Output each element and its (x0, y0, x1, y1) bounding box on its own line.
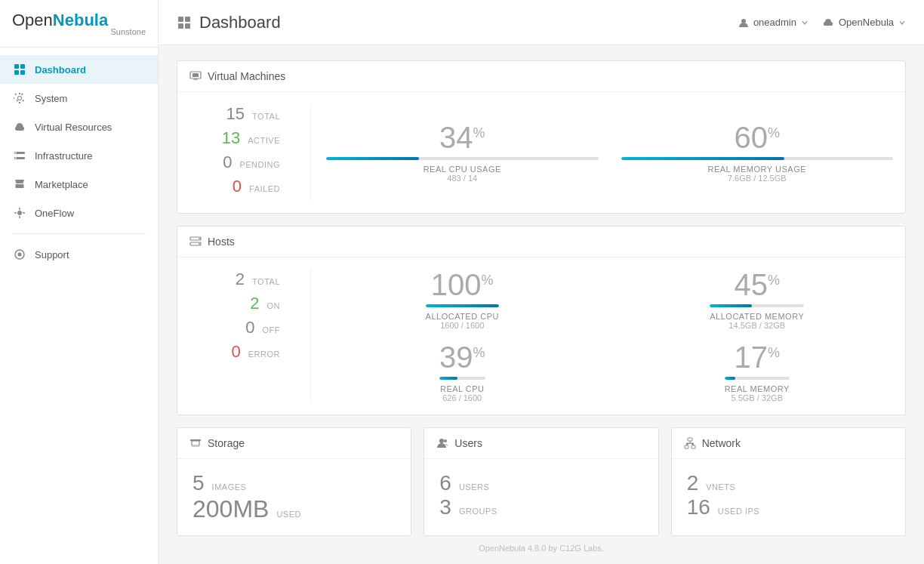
host-off-row: 0 OFF (189, 318, 280, 337)
infrastructure-icon (12, 148, 27, 163)
users-count-label: USERS (459, 482, 489, 492)
storage-images-num: 5 (192, 471, 205, 495)
sidebar-item-dashboard[interactable]: Dashboard (0, 55, 158, 84)
storage-icon (189, 437, 202, 449)
network-header: Network (672, 428, 905, 459)
vm-cpu-gauge: 34% REAL CPU USAGE 483 / 14 (326, 122, 599, 183)
hosts-card-header: Hosts (177, 227, 905, 257)
logo-nebula: Nebula (53, 11, 108, 29)
host-real-mem-sub: 5.5GB / 32GB (725, 393, 790, 402)
svg-rect-26 (691, 445, 695, 448)
host-alloc-cpu-label: ALLOCATED CPU (426, 312, 499, 321)
host-alloc-mem-fill (710, 304, 752, 307)
host-on-num: 2 (250, 294, 259, 313)
oneflow-icon (12, 205, 27, 220)
groups-count-num: 3 (439, 495, 451, 519)
host-total-label: TOTAL (252, 277, 280, 286)
dashboard-icon (12, 62, 27, 77)
marketplace-icon (12, 177, 27, 192)
vm-pending-label: PENDING (239, 160, 280, 169)
hosts-divider (310, 270, 311, 402)
vm-memory-fill (621, 157, 784, 160)
host-on-label: ON (267, 301, 281, 310)
svg-point-8 (17, 211, 22, 215)
used-ips-num: 16 (687, 495, 710, 519)
sidebar-item-marketplace-label: Marketplace (35, 179, 88, 190)
host-off-num: 0 (245, 318, 254, 337)
sidebar-item-infrastructure[interactable]: Infrastructure (0, 141, 158, 170)
vm-pending-row: 0 PENDING (189, 153, 280, 172)
host-alloc-cpu-fill (426, 304, 499, 307)
svg-rect-12 (185, 17, 190, 22)
network-icon (684, 437, 696, 449)
sidebar: OpenNebula Sunstone Dashboard System (0, 0, 159, 564)
sidebar-item-support[interactable]: Support (0, 240, 158, 269)
network-body: 2 VNETS 16 USED IPs (672, 459, 905, 532)
vm-cpu-sub: 483 / 14 (326, 174, 599, 183)
network-title: Network (702, 437, 741, 449)
svg-rect-13 (178, 23, 183, 29)
vm-failed-num: 0 (233, 177, 242, 196)
logo: OpenNebula Sunstone (0, 0, 158, 48)
vm-cpu-fill (326, 157, 419, 160)
sidebar-item-system[interactable]: System (0, 84, 158, 112)
storage-used-label: USED (276, 510, 301, 519)
host-real-cpu-progress (439, 377, 485, 380)
footer: OpenNebula 4.8.0 by C12G Labs. (177, 536, 906, 560)
host-total-row: 2 TOTAL (189, 270, 280, 289)
vm-memory-gauge: 60% REAL MEMORY USAGE 7.6GB / 12.5GB (621, 122, 894, 183)
cloud-menu[interactable]: OpenNebula (824, 17, 906, 28)
sidebar-item-virtual-resources[interactable]: Virtual Resources (0, 112, 158, 141)
vm-active-row: 13 ACTIVE (189, 128, 280, 148)
host-error-label: ERROR (248, 350, 280, 359)
host-alloc-mem-gauge: 45% ALLOCATED MEMORY 14.5GB / 32GB (710, 270, 804, 330)
cloud-name: OpenNebula (839, 17, 894, 28)
main-content: Dashboard oneadmin OpenNebula (159, 0, 924, 564)
vm-total-num: 15 (226, 104, 245, 124)
host-error-num: 0 (232, 342, 241, 362)
vm-active-num: 13 (222, 128, 240, 148)
storage-header: Storage (177, 428, 411, 459)
hosts-card-body: 2 TOTAL 2 ON 0 OFF 0 ERR (177, 257, 905, 415)
sidebar-item-dashboard-label: Dashboard (35, 64, 86, 76)
groups-count-label: GROUPS (459, 507, 497, 516)
users-card: Users 6 USERS 3 GROUPS (424, 427, 658, 536)
host-alloc-mem-pct: 45% (710, 270, 804, 300)
user-menu[interactable]: oneadmin (738, 17, 808, 28)
svg-rect-2 (14, 70, 19, 75)
sidebar-item-virtual-resources-label: Virtual Resources (35, 122, 112, 133)
sidebar-item-marketplace[interactable]: Marketplace (0, 170, 158, 199)
vm-stats: 15 TOTAL 13 ACTIVE 0 PENDING 0 (189, 104, 295, 201)
users-count-row: 6 USERS (439, 471, 642, 495)
storage-card: Storage 5 IMAGES 200MB USED (177, 427, 411, 536)
svg-rect-1 (20, 64, 25, 69)
content-area: Virtual Machines 15 TOTAL 13 ACTIVE (159, 45, 924, 564)
header: Dashboard oneadmin OpenNebula (159, 0, 924, 45)
vm-total-row: 15 TOTAL (189, 104, 280, 124)
host-alloc-cpu-progress (426, 304, 499, 307)
vm-pending-num: 0 (223, 153, 232, 172)
vm-divider (310, 104, 311, 201)
sidebar-item-oneflow[interactable]: OneFlow (0, 199, 158, 227)
users-icon (436, 437, 448, 449)
vm-memory-sub: 7.6GB / 12.5GB (621, 174, 894, 183)
storage-images-label: IMAGES (212, 482, 247, 492)
virtual-machines-card: Virtual Machines 15 TOTAL 13 ACTIVE (177, 60, 906, 214)
header-right: oneadmin OpenNebula (738, 17, 906, 28)
sidebar-item-infrastructure-label: Infrastructure (35, 150, 93, 162)
host-real-cpu-sub: 626 / 1600 (439, 393, 485, 402)
svg-point-6 (15, 153, 17, 154)
user-chevron-icon (801, 19, 808, 26)
host-alloc-cpu-sub: 1600 / 1600 (426, 321, 499, 330)
vnets-num: 2 (687, 471, 699, 495)
vm-cpu-label: REAL CPU USAGE (326, 165, 599, 174)
sidebar-item-oneflow-label: OneFlow (35, 208, 74, 219)
storage-title: Storage (208, 437, 245, 449)
host-on-row: 2 ON (189, 294, 280, 313)
host-real-mem-gauge: 17% REAL MEMORY 5.5GB / 32GB (725, 342, 790, 402)
storage-body: 5 IMAGES 200MB USED (177, 459, 411, 535)
main-nav: Dashboard System Virtual Resources Infra… (0, 48, 158, 564)
host-off-label: OFF (263, 325, 281, 334)
svg-rect-3 (20, 70, 25, 75)
network-card: Network 2 VNETS 16 USED IPs (671, 427, 906, 536)
